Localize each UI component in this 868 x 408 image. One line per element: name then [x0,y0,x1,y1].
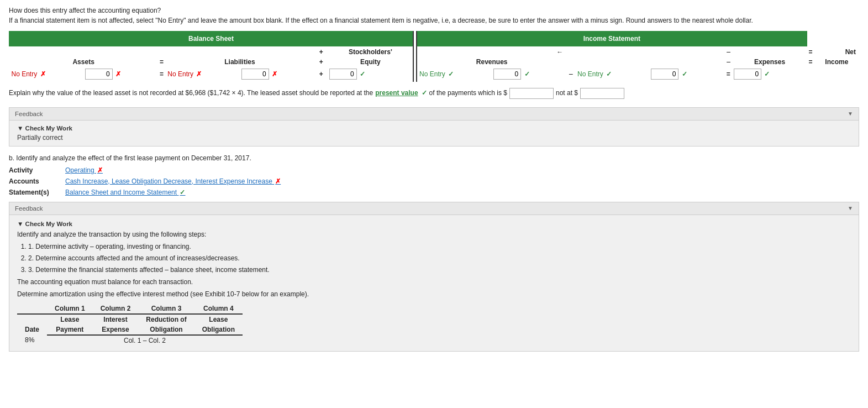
expenses-input-cell[interactable]: ✓ [650,66,724,82]
assets-eq2: = [158,66,166,82]
equity-green-check: ✓ [360,70,365,78]
present-value-link: present value [375,87,418,100]
revenues-value-check: ✓ [524,70,530,78]
explain-section: Explain why the value of the leased asse… [9,87,859,100]
step-3: 3. Determine the financial statements af… [28,265,851,275]
explain-text-end: not at $ [556,87,578,100]
accounts-label: Accounts [9,177,59,185]
exhibit-sub-col3: Reduction of [138,314,194,325]
assets-value-x: ✗ [115,70,121,78]
accounts-red-x: ✗ [275,177,281,185]
revenues-col-label: Revenues [417,57,566,66]
assets-no-entry-label: No Entry [12,70,38,78]
exhibit-col1-header: Column 1 [47,304,93,314]
revenues-no-entry-label: No Entry [419,70,445,78]
equity-input[interactable] [329,69,357,80]
feedback-steps: 1. Determine activity – operating, inves… [28,242,851,275]
net-label: Net [814,46,859,58]
equity-input-cell[interactable]: ✓ [328,66,413,82]
expenses-no-entry-label: No Entry [577,70,603,78]
feedback-header-1: Feedback ▼ [9,108,859,121]
partially-correct-label: Partially correct [17,134,851,142]
feedback-label-2: Feedback [15,205,43,212]
plus-sign: + [314,46,328,58]
feedback-label-1: Feedback [15,111,43,117]
statements-row: Statement(s) Balance Sheet and Income St… [9,189,859,196]
minus-sign2: − [724,57,733,66]
exhibit-col3-header: Column 3 [138,304,194,314]
feedback-chevron-2[interactable]: ▼ [848,205,853,212]
net-income-input[interactable] [734,69,761,80]
revenues-spacer [566,57,724,66]
check-my-work-1[interactable]: ▼ Check My Work [17,125,851,132]
expenses-green-check: ✓ [606,70,612,78]
exhibit-sub2-col2: Expense [93,325,139,335]
section-b-title: b. Identify and analyze the effect of th… [9,154,859,162]
expenses-col-label: Expenses [733,57,807,66]
not-at-input[interactable] [580,88,624,99]
revenues-input-cell[interactable]: ✓ [492,66,566,82]
equals-sign2: = [807,57,814,66]
exhibit-header-row: Column 1 Column 2 Column 3 Column 4 [17,304,243,314]
section-b: b. Identify and analyze the effect of th… [9,154,859,196]
assets-red-x: ✗ [40,70,46,78]
feedback-header-2: Feedback ▼ [9,202,859,215]
accounting-equation-table: Balance Sheet Income Statement + Stockho… [9,31,859,82]
equity-col-label: Equity [328,57,413,66]
balance-sheet-header: Balance Sheet [9,32,414,46]
exhibit-sub-header-2: Date Payment Expense Obligation Obligati… [17,325,243,335]
liabilities-no-entry-cell: No Entry ✗ [165,66,240,82]
plus-sign2: + [314,57,328,66]
liabilities-col-label: Liabilities [165,57,314,66]
income-col-label: Income [814,57,859,66]
exhibit-table: Column 1 Column 2 Column 3 Column 4 Leas… [17,304,243,346]
exhibit-sub-col2: Interest [93,314,139,325]
revenues-no-entry-cell: No Entry ✓ [417,66,492,82]
feedback-body-2: ▼ Check My Work Identify and analyze the… [9,215,859,351]
liabilities-no-entry-label: No Entry [167,70,193,78]
step-1: 1. Determine activity – operating, inves… [28,242,851,252]
present-value-input[interactable] [509,88,554,99]
check-my-work-2[interactable]: ▼ Check My Work [17,221,851,227]
instructions-block: How does this entry affect the accountin… [9,6,859,25]
instruction-line2: If a financial statement item is not aff… [9,15,859,25]
activity-row: Activity Operating ✗ [9,166,859,174]
assets-input-cell[interactable]: ✗ [84,66,158,82]
net-income-check: ✓ [764,70,770,78]
statements-label: Statement(s) [9,189,59,196]
expenses-input[interactable] [651,69,678,80]
instruction-line1: How does this entry affect the accountin… [9,6,859,15]
assets-input[interactable] [85,69,113,80]
expenses-no-entry-cell: No Entry ✓ [575,66,650,82]
liabilities-input[interactable] [241,69,269,80]
exhibit-sub-col1: Lease [47,314,93,325]
exhibit-sub2-col3: Obligation [138,325,194,335]
feedback-body-1: ▼ Check My Work Partially correct [9,121,859,146]
accounts-value-text: Cash Increase, Lease Obligation Decrease… [65,177,272,185]
explain-text-before: Explain why the value of the leased asse… [9,87,373,100]
exhibit-sub-date [17,314,47,325]
activity-red-x: ✗ [97,166,103,174]
exhibit-col4-header: Column 4 [194,304,243,314]
exhibit-row-col2: Col. 1 – Col. 2 [47,335,243,346]
exhibit-sub-header-1: Lease Interest Reduction of Lease [17,314,243,325]
feedback-intro: Identify and analyze the transaction by … [17,229,851,239]
equals-sign3: = [724,66,733,82]
exhibit-date-col2: Date [17,325,47,335]
activity-value: Operating ✗ [65,166,103,174]
exhibit-date-col [17,304,47,314]
income-statement-header: Income Statement [417,32,807,46]
revenues-input[interactable] [493,69,521,80]
statements-value-text: Balance Sheet and Income Statement [65,189,177,196]
feedback-chevron-1[interactable]: ▼ [848,111,853,117]
step-2: 2. Determine accounts affected and the a… [28,253,851,263]
liabilities-input-cell[interactable]: ✗ [240,66,314,82]
net-income-input-cell[interactable]: ✓ [733,66,807,82]
eq-sign [158,46,166,58]
feedback-panel-2: Feedback ▼ ▼ Check My Work Identify and … [9,202,859,352]
exhibit-row-label: 8% [17,335,47,346]
expenses-value-check: ✓ [682,70,687,78]
assets-subheader-spacer [9,46,158,58]
equals-sign: = [807,46,814,58]
liabilities-red-x: ✗ [196,70,202,78]
